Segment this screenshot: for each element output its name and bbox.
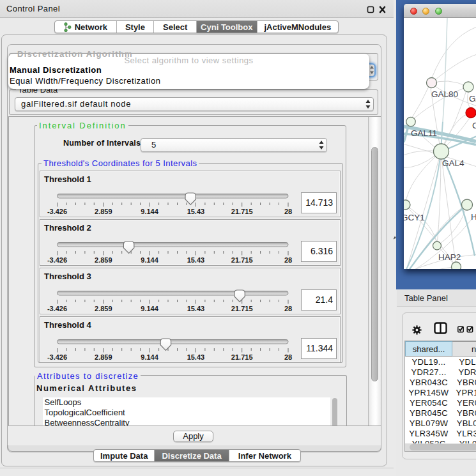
svg-text:28: 28 <box>284 305 292 312</box>
svg-text:-3.426: -3.426 <box>47 305 67 312</box>
svg-text:H: H <box>471 211 476 221</box>
svg-text:9.144: 9.144 <box>141 208 158 215</box>
svg-text:9.144: 9.144 <box>141 353 158 361</box>
svg-text:HAP2: HAP2 <box>438 252 461 261</box>
svg-text:9.144: 9.144 <box>141 305 158 312</box>
svg-text:9.144: 9.144 <box>141 256 158 264</box>
svg-text:15.43: 15.43 <box>187 353 205 361</box>
svg-text:2.859: 2.859 <box>95 256 112 264</box>
svg-text:21.715: 21.715 <box>231 353 253 361</box>
svg-text:28: 28 <box>284 353 292 361</box>
svg-text:21.715: 21.715 <box>231 256 253 264</box>
svg-text:GA: GA <box>469 93 476 103</box>
svg-text:28: 28 <box>284 256 292 264</box>
svg-text:15.43: 15.43 <box>187 256 205 264</box>
svg-text:15.43: 15.43 <box>187 208 205 215</box>
svg-text:GAL4: GAL4 <box>442 158 464 167</box>
svg-text:-3.426: -3.426 <box>47 208 67 215</box>
svg-text:-3.426: -3.426 <box>47 353 67 361</box>
svg-text:C: C <box>472 120 476 130</box>
svg-text:2.859: 2.859 <box>95 208 112 215</box>
svg-text:2.859: 2.859 <box>95 353 112 361</box>
svg-text:GAL11: GAL11 <box>411 128 437 137</box>
svg-text:21.715: 21.715 <box>231 208 253 215</box>
svg-text:-3.426: -3.426 <box>47 256 67 264</box>
svg-text:GAL80: GAL80 <box>431 89 458 98</box>
svg-text:2.859: 2.859 <box>95 305 112 312</box>
svg-text:15.43: 15.43 <box>187 305 205 312</box>
svg-text:21.715: 21.715 <box>231 305 253 312</box>
svg-text:28: 28 <box>284 208 292 215</box>
svg-text:GCY1: GCY1 <box>404 212 425 222</box>
